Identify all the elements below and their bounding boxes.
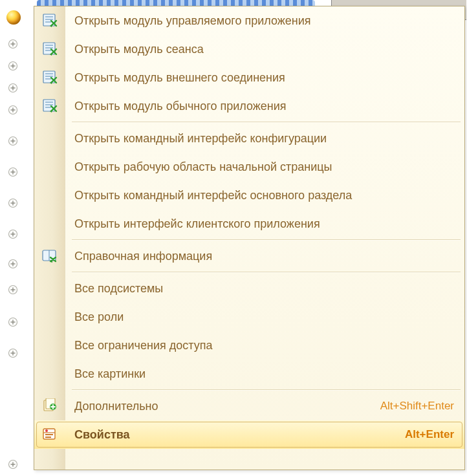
tree-expand-icon[interactable]	[8, 229, 18, 239]
menu-item-label: Открыть рабочую область начальной страни…	[65, 160, 464, 174]
module-icon	[34, 6, 65, 35]
menu-item[interactable]: Справочная информация	[34, 242, 464, 270]
tree-gutter	[0, 0, 31, 476]
menu-item[interactable]: СвойстваAlt+Enter	[34, 420, 464, 449]
tree-expand-icon[interactable]	[8, 285, 18, 295]
menu-item-label: Открыть модуль управляемого приложения	[65, 14, 464, 28]
menu-item[interactable]: Открыть модуль внешнего соединения	[34, 63, 464, 92]
blank-icon	[34, 153, 65, 181]
menu-item-label: Дополнительно	[65, 400, 380, 413]
menu-item[interactable]: Все подсистемы	[34, 274, 464, 303]
tree-expand-icon[interactable]	[8, 198, 18, 208]
menu-item-shortcut: Alt+Shift+Enter	[380, 400, 464, 413]
tree-expand-icon[interactable]	[8, 105, 18, 115]
blank-icon	[34, 331, 65, 360]
extra-icon	[34, 392, 65, 420]
menu-item-label: Открыть модуль сеанса	[65, 43, 464, 56]
menu-item[interactable]: Открыть модуль сеанса	[34, 35, 464, 63]
tree-expand-icon[interactable]	[8, 83, 18, 93]
module-icon	[34, 63, 65, 92]
blank-icon	[34, 210, 65, 238]
menu-item-label: Все подсистемы	[65, 282, 464, 296]
blank-icon	[34, 360, 65, 388]
menu-item-shortcut: Alt+Enter	[405, 428, 464, 441]
menu-item[interactable]: ДополнительноAlt+Shift+Enter	[34, 392, 464, 420]
help-icon	[34, 242, 65, 270]
tree-expand-icon[interactable]	[8, 39, 18, 49]
menu-item[interactable]: Открыть рабочую область начальной страни…	[34, 153, 464, 181]
menu-item-label: Открыть модуль внешнего соединения	[65, 71, 464, 85]
menu-item[interactable]: Открыть модуль обычного приложения	[34, 92, 464, 120]
menu-item[interactable]: Открыть командный интерфейс конфигурации	[34, 124, 464, 153]
menu-item-label: Все картинки	[65, 367, 464, 381]
menu-item[interactable]: Все картинки	[34, 360, 464, 388]
menu-item-label: Все ограничения доступа	[65, 339, 464, 352]
tree-expand-icon[interactable]	[8, 317, 18, 327]
tree-expand-icon[interactable]	[8, 259, 18, 269]
tree-expand-icon[interactable]	[8, 136, 18, 146]
blank-icon	[34, 181, 65, 210]
menu-item[interactable]: Все роли	[34, 303, 464, 331]
module-icon	[34, 92, 65, 120]
blank-icon	[34, 124, 65, 153]
menu-item[interactable]: Открыть модуль управляемого приложения	[34, 6, 464, 35]
menu-item-label: Открыть командный интерфейс конфигурации	[65, 132, 464, 146]
menu-item-label: Открыть интерфейс клиентского приложения	[65, 217, 464, 231]
context-menu: Открыть модуль управляемого приложенияОт…	[34, 6, 465, 470]
menu-item[interactable]: Все ограничения доступа	[34, 331, 464, 360]
menu-item[interactable]: Открыть командный интерфейс основного ра…	[34, 181, 464, 210]
blank-icon	[34, 274, 65, 303]
menu-item-label: Открыть командный интерфейс основного ра…	[65, 189, 464, 202]
menu-item-label: Свойства	[65, 428, 405, 442]
blank-icon	[34, 303, 65, 331]
tree-expand-icon[interactable]	[8, 61, 18, 71]
tree-expand-icon[interactable]	[8, 348, 18, 358]
tree-expand-icon[interactable]	[8, 459, 18, 470]
menu-item-label: Все роли	[65, 310, 464, 324]
menu-item[interactable]: Открыть интерфейс клиентского приложения	[34, 210, 464, 238]
props-icon	[34, 420, 65, 449]
tree-expand-icon[interactable]	[8, 167, 18, 177]
menu-item-label: Справочная информация	[65, 250, 464, 263]
menu-item-label: Открыть модуль обычного приложения	[65, 100, 464, 113]
config-root-icon	[6, 10, 21, 25]
module-icon	[34, 35, 65, 63]
